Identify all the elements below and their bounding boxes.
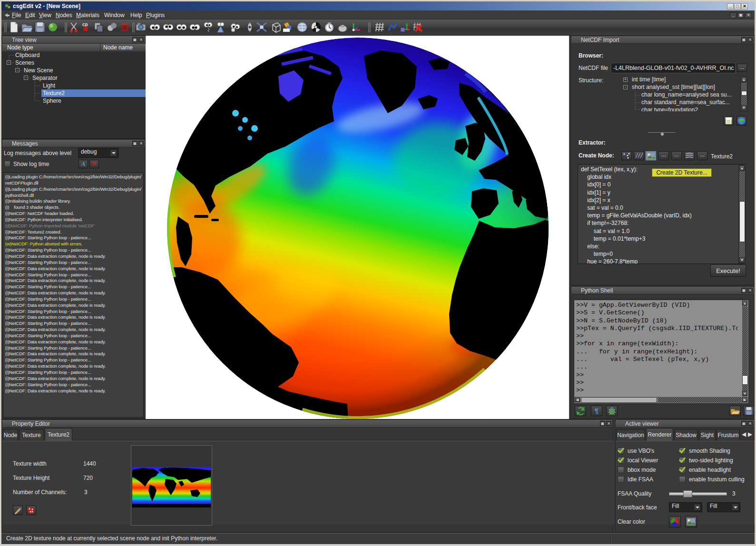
svg-text:cp: cp bbox=[82, 22, 88, 27]
